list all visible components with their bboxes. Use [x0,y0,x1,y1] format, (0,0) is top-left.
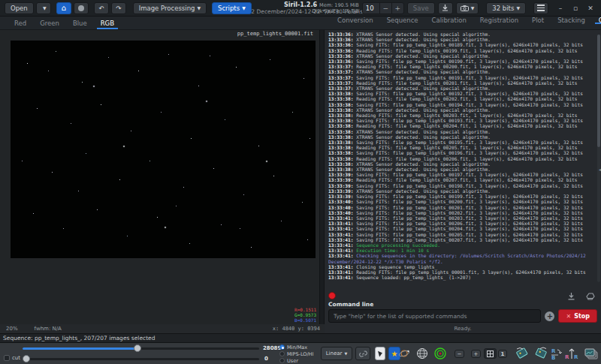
plus-icon: + [474,351,479,357]
tab-plot[interactable]: Plot [525,17,551,24]
zoom-in-button[interactable]: + [471,350,481,358]
link-channels-button[interactable] [355,347,370,360]
console-line: 13:33:38: XTRANS Sensor detected. Using … [328,129,593,134]
stretch-mode-dropdown[interactable]: Linear▼ [321,347,352,360]
console-line: 13:33:37: Saving FITS: file pp_temp_ligh… [328,75,593,80]
tab-console[interactable]: Console [592,17,601,24]
console-scrollbar[interactable] [597,35,600,282]
pixel-value-readout: R=0.1511 G=0.9573 B=0.5071 [294,307,316,323]
tab-green[interactable]: Green [33,17,66,29]
astrometry-button[interactable] [416,347,428,359]
console-line: 13:33:41: Reading FITS: file pp_temp_lig… [328,269,593,275]
zoom-out-button[interactable]: − [455,350,464,358]
rotate-left-button[interactable] [514,346,530,361]
channel-tabs: Red Green Blue RGB [0,17,121,29]
spin-decrement-button[interactable]: − [379,2,391,14]
pixel-b-value: B=0.5071 [294,317,316,323]
radio-mips-lohi[interactable]: MIPS-LO/HI [279,350,313,357]
undo-icon: ↶ [98,5,104,12]
save-as-button[interactable] [438,2,453,14]
console-line: 13:33:36: XTRANS Sensor detected. Using … [328,37,593,42]
console-line: 13:33:36: XTRANS Sensor detected. Using … [328,32,593,37]
rotate-right-button[interactable] [533,346,549,361]
rb-swap-icon: RB [550,347,563,360]
title-bar: Open ▼ ⌂ ↶ ↷ Image Processing▼ Scripts▼ … [0,0,601,17]
pointer-mode-button[interactable] [375,347,385,360]
planet-orbit-icon [398,347,410,359]
loaded-image-label: pp_temp_lights_00001.fit [237,31,313,37]
undo-button[interactable]: ↶ [94,2,109,14]
console-line: 13:33:38: XTRANS Sensor detected. Using … [328,107,593,113]
mirror-button[interactable]: RR [564,346,579,361]
photometry-button[interactable] [398,347,410,359]
hi-cutoff-slider[interactable] [23,344,259,352]
status-message: Ready. [325,326,601,333]
lo-slider-handle[interactable] [23,355,30,362]
snapshot-button[interactable]: ▼ [456,2,479,14]
console-line: 13:33:40: Saving FITS: file pp_temp_ligh… [328,205,593,210]
console-line: 13:33:38: Saving FITS: file pp_temp_ligh… [328,140,593,145]
zoom-spinbox[interactable]: 10 − + [362,2,404,14]
console-line: 13:33:38: Saving FITS: file pp_temp_ligh… [328,102,593,107]
clear-log-button[interactable] [586,292,595,300]
console-line: 13:33:38: XTRANS Sensor detected. Using … [328,161,593,167]
stop-button[interactable]: ✕Stop [558,309,597,323]
zoom-100-button[interactable]: 1 [498,350,507,358]
export-icon [442,5,448,11]
cursor-arrow-icon [378,350,383,356]
target-selection-button[interactable] [434,347,446,359]
radio-icon [279,358,285,363]
tab-blue[interactable]: Blue [66,17,94,29]
radio-minmax[interactable]: Min/Max [279,344,313,350]
open-button[interactable]: Open [5,2,34,14]
display-controls-panel: 28089 0 cut Min/Max MIPS-LO/HI User Line… [0,342,601,364]
zoom-spin-value[interactable]: 10 [363,5,379,12]
hi-cutoff-value: 28089 [263,345,281,351]
starfield-image[interactable] [11,41,316,258]
tab-conversion[interactable]: Conversion [331,17,380,24]
tab-stacking[interactable]: Stacking [551,17,592,24]
current-image-button[interactable] [74,2,89,14]
maximize-button[interactable]: ▫ [569,2,581,14]
open-dropdown-button[interactable]: ▼ [36,2,51,14]
cut-label: cut [12,355,20,361]
command-input[interactable] [328,309,541,323]
hi-slider-handle[interactable] [134,344,141,352]
pane-divider[interactable] [319,30,325,324]
close-icon: ✕ [587,5,593,12]
bit-depth-selector[interactable]: 32 bits▼ [486,2,526,14]
camera-icon [461,5,469,11]
console-line: 13:33:41: Closing sequence temp_lights_ [328,264,593,269]
radio-user[interactable]: User [279,357,313,364]
command-help-button[interactable]: + [545,311,554,321]
tab-sequence[interactable]: Sequence [380,17,425,24]
tab-rgb[interactable]: RGB [94,17,121,29]
mirror-flip-icon: RR [564,347,579,360]
swap-channels-button[interactable]: RB [550,346,563,361]
export-log-button[interactable] [567,292,575,300]
console-line: 13:33:41: Execution time: 1 min 10 s [328,248,593,253]
console-line: 13:33:36: Reading FITS: file temp_lights… [328,48,593,53]
home-button[interactable]: ⌂ [56,2,71,14]
image-processing-menu[interactable]: Image Processing▼ [133,2,207,14]
tab-registration[interactable]: Registration [473,17,525,24]
console-log[interactable]: 13:33:36: XTRANS Sensor detected. Using … [328,32,593,289]
image-viewer[interactable]: pp_temp_lights_00001.fit R=0.1511 G=0.95… [0,30,319,324]
console-line: 13:33:38: Reading FITS: file temp_lights… [328,156,593,161]
lo-cutoff-slider[interactable] [23,355,259,362]
console-line: 13:33:40: Saving FITS: file pp_temp_ligh… [328,210,593,215]
tab-red[interactable]: Red [8,17,33,29]
main-menu-button[interactable] [533,2,548,14]
cut-checkbox[interactable] [4,355,10,361]
scripts-menu[interactable]: Scripts▼ [212,2,252,14]
console-line: 13:33:39: Saving FITS: file pp_temp_ligh… [328,172,593,177]
fit-to-window-button[interactable] [484,348,497,359]
tab-calibration[interactable]: Calibration [425,17,473,24]
redo-button[interactable]: ↷ [111,2,126,14]
minimize-button[interactable]: – [554,2,566,14]
spin-increment-button[interactable]: + [391,2,403,14]
close-button[interactable]: ✕ [584,2,596,14]
save-button[interactable]: Save [407,2,435,14]
scrollbar-thumb[interactable] [597,35,600,147]
sequence-list-button[interactable] [582,345,599,362]
